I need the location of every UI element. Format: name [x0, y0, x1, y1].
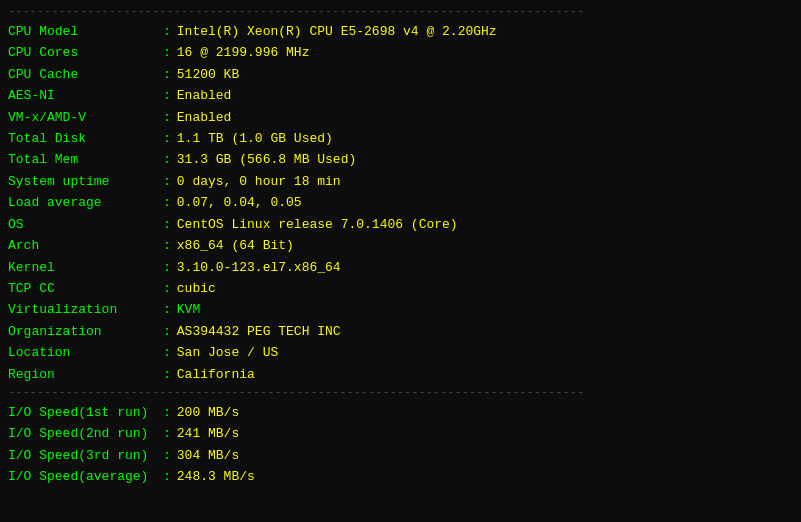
- row-value: x86_64 (64 Bit): [177, 235, 294, 256]
- table-row: Region: California: [8, 364, 793, 385]
- row-label: Load average: [8, 192, 163, 213]
- row-label: Total Mem: [8, 149, 163, 170]
- table-row: Organization: AS394432 PEG TECH INC: [8, 321, 793, 342]
- row-label: CPU Cache: [8, 64, 163, 85]
- table-row: OS: CentOS Linux release 7.0.1406 (Core): [8, 214, 793, 235]
- table-row: Total Mem: 31.3 GB (566.8 MB Used): [8, 149, 793, 170]
- table-row: VM-x/AMD-V: Enabled: [8, 107, 793, 128]
- table-row: Arch: x86_64 (64 Bit): [8, 235, 793, 256]
- row-label: Total Disk: [8, 128, 163, 149]
- io-speed-section: I/O Speed(1st run): 200 MB/sI/O Speed(2n…: [8, 402, 793, 488]
- io-row-value: 304 MB/s: [177, 445, 239, 466]
- io-row-value: 241 MB/s: [177, 423, 239, 444]
- row-value: KVM: [177, 299, 200, 320]
- row-label: VM-x/AMD-V: [8, 107, 163, 128]
- row-value: 3.10.0-123.el7.x86_64: [177, 257, 341, 278]
- table-row: TCP CC: cubic: [8, 278, 793, 299]
- table-row: System uptime: 0 days, 0 hour 18 min: [8, 171, 793, 192]
- row-label: Region: [8, 364, 163, 385]
- row-label: CPU Model: [8, 21, 163, 42]
- table-row: I/O Speed(average): 248.3 MB/s: [8, 466, 793, 487]
- table-row: CPU Model: Intel(R) Xeon(R) CPU E5-2698 …: [8, 21, 793, 42]
- row-colon: :: [163, 299, 171, 320]
- row-value: CentOS Linux release 7.0.1406 (Core): [177, 214, 458, 235]
- row-value: 51200 KB: [177, 64, 239, 85]
- table-row: Load average: 0.07, 0.04, 0.05: [8, 192, 793, 213]
- divider-top: ----------------------------------------…: [8, 4, 793, 21]
- table-row: Kernel: 3.10.0-123.el7.x86_64: [8, 257, 793, 278]
- row-colon: :: [163, 64, 171, 85]
- row-label: OS: [8, 214, 163, 235]
- row-colon: :: [163, 149, 171, 170]
- row-label: AES-NI: [8, 85, 163, 106]
- table-row: AES-NI: Enabled: [8, 85, 793, 106]
- io-row-label: I/O Speed(2nd run): [8, 423, 163, 444]
- row-value: Intel(R) Xeon(R) CPU E5-2698 v4 @ 2.20GH…: [177, 21, 497, 42]
- row-label: Arch: [8, 235, 163, 256]
- row-label: Organization: [8, 321, 163, 342]
- row-value: AS394432 PEG TECH INC: [177, 321, 341, 342]
- row-colon: :: [163, 214, 171, 235]
- row-colon: :: [163, 21, 171, 42]
- divider-mid: ----------------------------------------…: [8, 385, 793, 402]
- io-row-colon: :: [163, 445, 171, 466]
- row-label: Virtualization: [8, 299, 163, 320]
- row-value: 16 @ 2199.996 MHz: [177, 42, 310, 63]
- row-value: Enabled: [177, 85, 232, 106]
- row-label: System uptime: [8, 171, 163, 192]
- table-row: CPU Cores: 16 @ 2199.996 MHz: [8, 42, 793, 63]
- io-row-colon: :: [163, 466, 171, 487]
- io-row-value: 200 MB/s: [177, 402, 239, 423]
- row-colon: :: [163, 192, 171, 213]
- row-colon: :: [163, 364, 171, 385]
- row-value: Enabled: [177, 107, 232, 128]
- terminal-window: ----------------------------------------…: [0, 0, 801, 522]
- row-value: 0.07, 0.04, 0.05: [177, 192, 302, 213]
- table-row: I/O Speed(3rd run): 304 MB/s: [8, 445, 793, 466]
- row-label: Kernel: [8, 257, 163, 278]
- row-colon: :: [163, 107, 171, 128]
- row-value: 1.1 TB (1.0 GB Used): [177, 128, 333, 149]
- row-label: TCP CC: [8, 278, 163, 299]
- row-label: CPU Cores: [8, 42, 163, 63]
- row-colon: :: [163, 85, 171, 106]
- table-row: Total Disk: 1.1 TB (1.0 GB Used): [8, 128, 793, 149]
- row-value: San Jose / US: [177, 342, 278, 363]
- row-colon: :: [163, 342, 171, 363]
- row-colon: :: [163, 128, 171, 149]
- system-info-section: CPU Model: Intel(R) Xeon(R) CPU E5-2698 …: [8, 21, 793, 385]
- io-row-value: 248.3 MB/s: [177, 466, 255, 487]
- row-value: 0 days, 0 hour 18 min: [177, 171, 341, 192]
- table-row: CPU Cache: 51200 KB: [8, 64, 793, 85]
- row-colon: :: [163, 257, 171, 278]
- row-colon: :: [163, 42, 171, 63]
- table-row: Virtualization: KVM: [8, 299, 793, 320]
- io-row-label: I/O Speed(3rd run): [8, 445, 163, 466]
- row-value: California: [177, 364, 255, 385]
- io-row-label: I/O Speed(1st run): [8, 402, 163, 423]
- row-colon: :: [163, 321, 171, 342]
- row-value: 31.3 GB (566.8 MB Used): [177, 149, 356, 170]
- io-row-label: I/O Speed(average): [8, 466, 163, 487]
- table-row: I/O Speed(2nd run): 241 MB/s: [8, 423, 793, 444]
- row-colon: :: [163, 235, 171, 256]
- row-label: Location: [8, 342, 163, 363]
- row-colon: :: [163, 171, 171, 192]
- table-row: I/O Speed(1st run): 200 MB/s: [8, 402, 793, 423]
- row-colon: :: [163, 278, 171, 299]
- io-row-colon: :: [163, 423, 171, 444]
- row-value: cubic: [177, 278, 216, 299]
- table-row: Location: San Jose / US: [8, 342, 793, 363]
- io-row-colon: :: [163, 402, 171, 423]
